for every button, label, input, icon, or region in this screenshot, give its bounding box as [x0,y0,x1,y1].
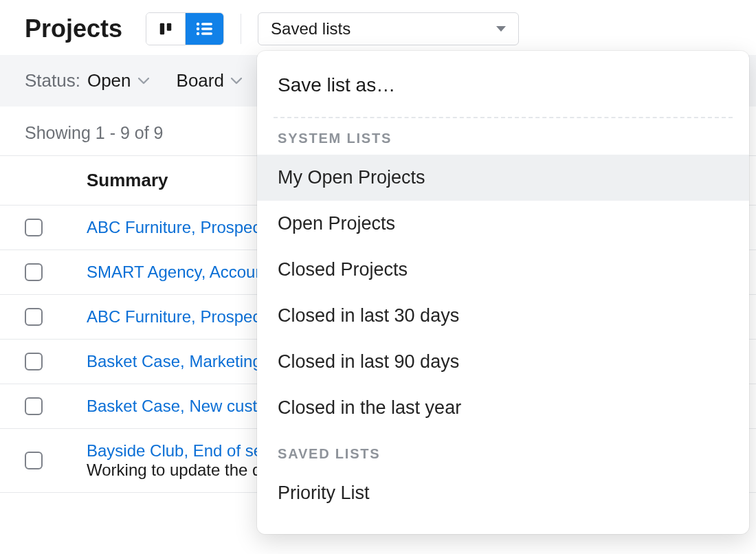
board-view-button[interactable] [146,13,185,45]
board-filter[interactable]: Board [177,70,242,91]
system-lists-heading: SYSTEM LISTS [257,131,749,155]
list-option-closed-30[interactable]: Closed in last 30 days [257,293,749,339]
status-filter-label: Status: [25,70,80,91]
row-checkbox[interactable] [25,452,43,469]
list-option-closed-projects[interactable]: Closed Projects [257,247,749,293]
page-title: Projects [25,14,122,43]
saved-lists-dropdown: Save list as… SYSTEM LISTS My Open Proje… [257,51,749,534]
view-toggle [146,12,224,45]
list-option-closed-year[interactable]: Closed in the last year [257,385,749,431]
list-option-my-open-projects[interactable]: My Open Projects [257,155,749,201]
chevron-down-icon [496,26,506,32]
vertical-divider [241,14,241,44]
svg-point-2 [196,23,199,25]
row-checkbox[interactable] [25,308,43,326]
chevron-down-icon [138,78,149,85]
svg-rect-5 [201,27,212,30]
list-option-open-projects[interactable]: Open Projects [257,201,749,247]
svg-rect-1 [167,23,171,31]
svg-rect-3 [201,23,212,25]
svg-point-4 [196,27,199,30]
save-list-as[interactable]: Save list as… [257,63,749,107]
list-view-button[interactable] [185,13,223,45]
row-checkbox[interactable] [25,397,43,415]
saved-lists-select[interactable]: Saved lists [258,12,519,45]
row-checkbox[interactable] [25,219,43,236]
row-checkbox[interactable] [25,263,43,281]
svg-rect-0 [160,23,164,35]
board-icon [158,21,173,36]
chevron-down-icon [231,78,242,85]
status-filter[interactable]: Status: Open [25,70,149,91]
list-option-priority-list[interactable]: Priority List [257,470,749,516]
dropdown-separator [274,117,733,118]
saved-lists-label: Saved lists [271,19,351,38]
row-checkbox[interactable] [25,353,43,370]
board-filter-label: Board [177,70,224,91]
status-filter-value: Open [87,70,131,91]
saved-lists-heading: SAVED LISTS [257,446,749,470]
list-option-closed-90[interactable]: Closed in last 90 days [257,339,749,385]
svg-point-6 [196,32,199,35]
list-icon [196,21,214,36]
svg-rect-7 [201,32,212,34]
